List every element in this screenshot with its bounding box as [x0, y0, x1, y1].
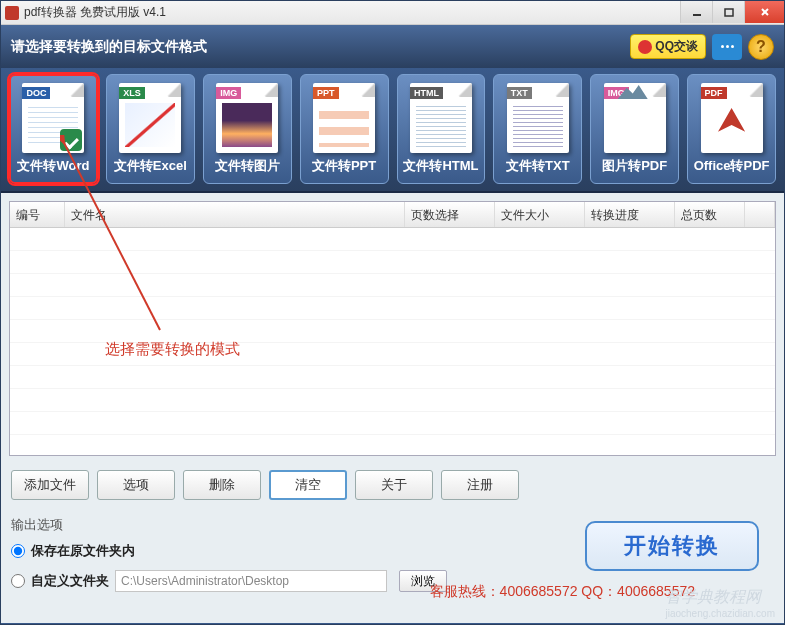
app-window: pdf转换器 免费试用版 v4.1 请选择要转换到的目标文件格式 QQ交谈 ? …: [0, 0, 785, 625]
watermark: 智学典教程网 jiaocheng.chazidian.com: [665, 587, 775, 619]
table-header: 编号 文件名 页数选择 文件大小 转换进度 总页数: [10, 202, 775, 228]
main-panel: 编号 文件名 页数选择 文件大小 转换进度 总页数 添加文件 选项 删除 清空 …: [1, 193, 784, 623]
action-buttons: 添加文件 选项 删除 清空 关于 注册: [9, 456, 776, 514]
help-button[interactable]: ?: [748, 34, 774, 60]
svg-rect-1: [725, 9, 733, 16]
tile-label: 文件转HTML: [403, 157, 478, 175]
tile-文件转Word[interactable]: DOC文件转Word: [9, 74, 98, 184]
file-icon: TXT: [507, 83, 569, 153]
col-filename[interactable]: 文件名: [65, 202, 405, 227]
maximize-button[interactable]: [712, 1, 744, 23]
tile-label: 文件转图片: [215, 157, 280, 175]
minimize-button[interactable]: [680, 1, 712, 23]
clear-button[interactable]: 清空: [269, 470, 347, 500]
register-button[interactable]: 注册: [441, 470, 519, 500]
title-bar[interactable]: pdf转换器 免费试用版 v4.1: [1, 1, 784, 25]
delete-button[interactable]: 删除: [183, 470, 261, 500]
tile-label: 文件转Excel: [114, 157, 187, 175]
options-button[interactable]: 选项: [97, 470, 175, 500]
custom-path-input[interactable]: [115, 570, 387, 592]
file-icon: DOC: [22, 83, 84, 153]
window-title: pdf转换器 免费试用版 v4.1: [24, 4, 680, 21]
tile-label: 文件转PPT: [312, 157, 376, 175]
tile-文件转TXT[interactable]: TXT文件转TXT: [493, 74, 582, 184]
conversion-tiles: DOC文件转WordXLS文件转ExcelIMG文件转图片PPT文件转PPTHT…: [1, 68, 784, 193]
col-progress[interactable]: 转换进度: [585, 202, 675, 227]
tile-文件转图片[interactable]: IMG文件转图片: [203, 74, 292, 184]
file-icon: PPT: [313, 83, 375, 153]
radio-same-input[interactable]: [11, 544, 25, 558]
chat-button[interactable]: [712, 34, 742, 60]
tile-图片转PDF[interactable]: IMG图片转PDF: [590, 74, 679, 184]
col-spacer: [745, 202, 775, 227]
file-icon: HTML: [410, 83, 472, 153]
qq-icon: [638, 40, 652, 54]
annotation-text: 选择需要转换的模式: [105, 340, 240, 359]
col-pages[interactable]: 页数选择: [405, 202, 495, 227]
header-bar: 请选择要转换到的目标文件格式 QQ交谈 ?: [1, 25, 784, 68]
col-size[interactable]: 文件大小: [495, 202, 585, 227]
tile-文件转Excel[interactable]: XLS文件转Excel: [106, 74, 195, 184]
col-total[interactable]: 总页数: [675, 202, 745, 227]
add-file-button[interactable]: 添加文件: [11, 470, 89, 500]
file-icon: IMG: [216, 83, 278, 153]
app-icon: [5, 6, 19, 20]
file-icon: IMG: [604, 83, 666, 153]
tile-label: 图片转PDF: [602, 157, 667, 175]
file-icon: PDF: [701, 83, 763, 153]
window-controls: [680, 1, 784, 24]
qq-chat-button[interactable]: QQ交谈: [630, 34, 706, 59]
check-icon: [60, 129, 82, 151]
file-icon: XLS: [119, 83, 181, 153]
start-convert-button[interactable]: 开始转换: [585, 521, 759, 571]
header-prompt: 请选择要转换到的目标文件格式: [11, 38, 630, 56]
tile-Office转PDF[interactable]: PDFOffice转PDF: [687, 74, 776, 184]
tile-label: 文件转TXT: [506, 157, 570, 175]
tile-label: 文件转Word: [17, 157, 89, 175]
tile-文件转PPT[interactable]: PPT文件转PPT: [300, 74, 389, 184]
file-table[interactable]: 编号 文件名 页数选择 文件大小 转换进度 总页数: [9, 201, 776, 456]
tile-文件转HTML[interactable]: HTML文件转HTML: [397, 74, 486, 184]
hotline-text: 客服热线：4006685572 QQ：4006685572: [430, 583, 695, 601]
radio-custom-input[interactable]: [11, 574, 25, 588]
close-button[interactable]: [744, 1, 784, 23]
tile-label: Office转PDF: [694, 157, 770, 175]
about-button[interactable]: 关于: [355, 470, 433, 500]
col-index[interactable]: 编号: [10, 202, 65, 227]
